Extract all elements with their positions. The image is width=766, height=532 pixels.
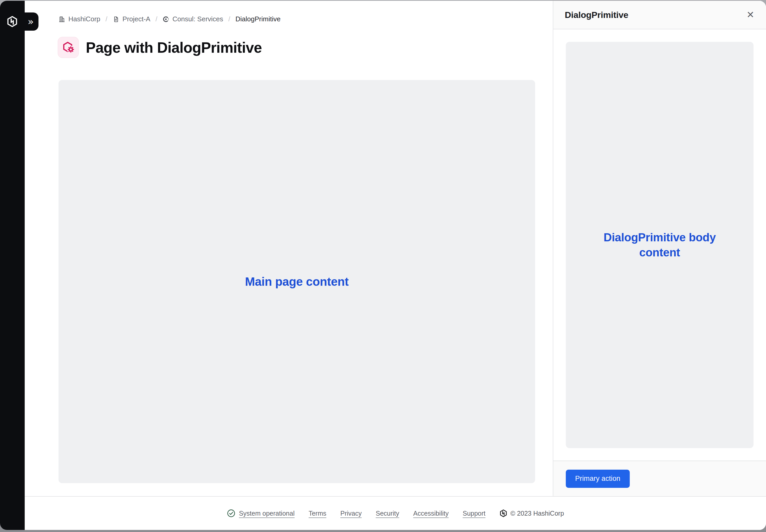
hashicorp-logo-icon [6,16,18,27]
page-header: Page with DialogPrimitive [58,37,262,58]
content-column: HashiCorp / Project-A / [25,1,766,530]
breadcrumb-item-project-a[interactable]: Project-A [112,15,150,23]
copyright-text: © 2023 HashiCorp [510,510,564,517]
dialog-header: DialogPrimitive ✕ [553,1,766,29]
footer-link-terms[interactable]: Terms [309,510,326,517]
dialog-body: DialogPrimitive body content [553,29,766,461]
app-sidebar [0,1,25,530]
dialog-footer: Primary action [553,461,766,496]
footer-link-support[interactable]: Support [462,510,485,517]
breadcrumb-label: Consul: Services [172,15,223,23]
close-icon: ✕ [747,10,754,19]
breadcrumb-label: Project-A [122,15,150,23]
hashicorp-logo-icon [499,509,507,517]
consul-icon [162,16,169,23]
dialog-placeholder-text: DialogPrimitive body content [587,230,732,260]
main-content-placeholder: Main page content [58,80,535,483]
content-row: HashiCorp / Project-A / [25,1,766,496]
breadcrumb-separator: / [155,15,157,23]
main-placeholder-text: Main page content [245,275,349,289]
check-circle-icon [227,509,236,518]
double-chevron-right-icon: » [28,17,34,26]
app-viewport: » HashiCorp / [0,1,766,530]
footer-link-privacy[interactable]: Privacy [340,510,362,517]
breadcrumb-item-consul-services[interactable]: Consul: Services [162,15,223,23]
breadcrumb-item-hashicorp[interactable]: HashiCorp [58,15,100,23]
service-hexagon-gear-icon [58,37,79,58]
copyright: © 2023 HashiCorp [499,509,564,517]
breadcrumb-label: HashiCorp [68,15,100,23]
dialog-title: DialogPrimitive [565,10,629,20]
org-icon [58,16,65,23]
file-text-icon [112,16,119,23]
dialog-panel: DialogPrimitive ✕ DialogPrimitive body c… [553,1,766,496]
primary-action-button[interactable]: Primary action [566,470,630,488]
page-title: Page with DialogPrimitive [86,39,262,56]
breadcrumb-separator: / [105,15,107,23]
status-link[interactable]: System operational [239,510,295,517]
breadcrumb-label: DialogPrimitive [236,15,281,23]
dialog-close-button[interactable]: ✕ [744,9,757,21]
breadcrumb-separator: / [228,15,230,23]
main-page: HashiCorp / Project-A / [25,1,553,496]
footer-link-security[interactable]: Security [376,510,399,517]
breadcrumb-item-current: DialogPrimitive [236,15,281,23]
app-footer: System operational Terms Privacy Securit… [25,496,766,530]
breadcrumb: HashiCorp / Project-A / [58,15,281,23]
footer-link-accessibility[interactable]: Accessibility [413,510,448,517]
system-status: System operational [227,509,295,518]
dialog-body-placeholder: DialogPrimitive body content [566,42,754,448]
